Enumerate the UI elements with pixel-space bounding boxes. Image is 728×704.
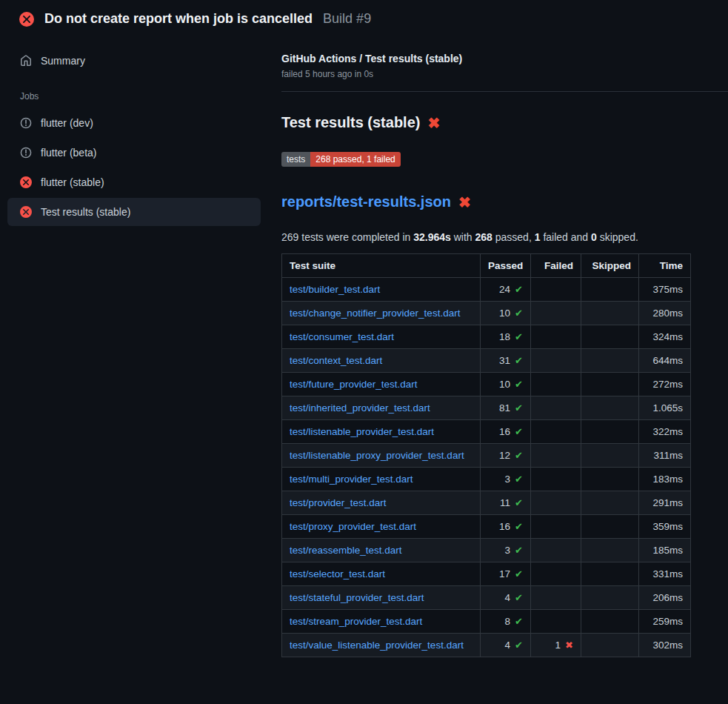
passed-count: 3 (505, 545, 511, 556)
suite-link[interactable]: test/provider_test.dart (290, 497, 387, 508)
results-table: Test suite Passed Failed Skipped Time te… (281, 253, 691, 657)
time-cell: 311ms (639, 444, 691, 468)
table-row: test/context_test.dart 31✔ 644ms (282, 349, 691, 373)
skipped-cell (581, 468, 639, 491)
failed-cell: 1✖ (531, 634, 581, 657)
build-number: Build #9 (323, 11, 371, 27)
suite-link[interactable]: test/builder_test.dart (290, 284, 380, 295)
check-icon: ✔ (515, 450, 523, 461)
main-panel: GitHub Actions / Test results (stable) f… (281, 36, 728, 657)
check-icon: ✔ (515, 379, 523, 390)
skipped-cell (581, 634, 639, 657)
failed-x-icon: ✖ (427, 116, 440, 130)
failed-cell (531, 373, 581, 396)
passed-cell: 16✔ (481, 515, 531, 539)
skipped-cell (581, 444, 639, 468)
failed-status-icon (19, 12, 34, 27)
suite-link[interactable]: test/listenable_proxy_provider_test.dart (290, 450, 464, 461)
sidebar-item-flutter-stable[interactable]: flutter (stable) (7, 168, 261, 196)
suite-link[interactable]: test/future_provider_test.dart (290, 379, 418, 390)
summary-skipped-count: 0 (591, 231, 597, 243)
page-title: Do not create report when job is cancell… (44, 11, 313, 27)
passed-cell: 4✔ (481, 586, 531, 610)
table-row: test/future_provider_test.dart 10✔ 272ms (282, 373, 691, 396)
time-cell: 644ms (639, 349, 691, 373)
table-row: test/proxy_provider_test.dart 16✔ 359ms (282, 515, 691, 539)
failed-cell (531, 491, 581, 515)
time-cell: 302ms (639, 634, 691, 657)
skipped-cell (581, 420, 639, 444)
check-icon: ✔ (515, 545, 523, 556)
passed-cell: 31✔ (481, 349, 531, 373)
badge-value: 268 passed, 1 failed (310, 152, 400, 167)
column-header-skipped: Skipped (581, 254, 639, 278)
passed-cell: 10✔ (481, 373, 531, 396)
table-row: test/consumer_test.dart 18✔ 324ms (282, 325, 691, 349)
tests-badge: tests 268 passed, 1 failed (281, 152, 401, 167)
time-cell: 375ms (639, 278, 691, 302)
sidebar-item-test-results-stable[interactable]: Test results (stable) (7, 198, 261, 226)
check-icon: ✔ (515, 568, 523, 580)
report-link[interactable]: reports/test-results.json (281, 193, 451, 210)
failed-cell (531, 610, 581, 634)
table-row: test/builder_test.dart 24✔ 375ms (282, 278, 691, 302)
time-cell: 331ms (639, 562, 691, 586)
time-cell: 183ms (639, 468, 691, 491)
sidebar-item-summary[interactable]: Summary (7, 47, 261, 75)
failed-count: 1 (555, 640, 561, 651)
suite-link[interactable]: test/selector_test.dart (290, 568, 385, 580)
sidebar-item-label: Summary (41, 55, 85, 67)
failed-cell (531, 515, 581, 539)
skipped-cell (581, 325, 639, 349)
sidebar-item-flutter-dev[interactable]: flutter (dev) (7, 109, 261, 137)
skipped-cell (581, 610, 639, 634)
summary-text: failed and (541, 231, 592, 243)
suite-link[interactable]: test/inherited_provider_test.dart (290, 402, 430, 414)
suite-link[interactable]: test/value_listenable_provider_test.dart (290, 640, 464, 651)
time-cell: 272ms (639, 373, 691, 396)
failed-cell (531, 539, 581, 562)
sidebar-item-label: flutter (beta) (41, 147, 96, 159)
sidebar-item-label: flutter (stable) (41, 176, 104, 188)
x-circle-icon (20, 206, 32, 218)
failed-cell (531, 586, 581, 610)
check-icon: ✔ (515, 308, 523, 319)
report-heading: reports/test-results.json ✖ (281, 193, 690, 210)
time-cell: 259ms (639, 610, 691, 634)
suite-link[interactable]: test/change_notifier_provider_test.dart (290, 308, 460, 319)
passed-count: 31 (499, 355, 510, 366)
summary-text: with (451, 231, 475, 243)
page-header: Do not create report when job is cancell… (0, 0, 728, 36)
skipped-cell (581, 396, 639, 420)
suite-link[interactable]: test/stateful_provider_test.dart (290, 592, 424, 603)
suite-link[interactable]: test/proxy_provider_test.dart (290, 521, 416, 532)
time-cell: 359ms (639, 515, 691, 539)
passed-cell: 16✔ (481, 420, 531, 444)
skipped-cell (581, 539, 639, 562)
suite-link[interactable]: test/context_test.dart (290, 355, 382, 366)
check-icon: ✔ (515, 497, 523, 508)
table-row: test/listenable_provider_test.dart 16✔ 3… (282, 420, 691, 444)
table-row: test/inherited_provider_test.dart 81✔ 1.… (282, 396, 691, 420)
suite-link[interactable]: test/multi_provider_test.dart (290, 474, 413, 485)
jobs-heading: Jobs (0, 76, 281, 109)
passed-count: 12 (499, 450, 510, 461)
skipped-cell (581, 515, 639, 539)
passed-cell: 17✔ (481, 562, 531, 586)
breadcrumb: GitHub Actions / Test results (stable) (281, 53, 690, 64)
section-heading-text: Test results (stable) (281, 114, 420, 131)
passed-count: 24 (499, 284, 510, 295)
suite-link[interactable]: test/listenable_provider_test.dart (290, 426, 434, 437)
suite-link[interactable]: test/stream_provider_test.dart (290, 616, 422, 627)
skipped-cell (581, 302, 639, 325)
sidebar-item-flutter-beta[interactable]: flutter (beta) (7, 139, 261, 167)
home-icon (20, 55, 32, 67)
table-row: test/change_notifier_provider_test.dart … (282, 302, 691, 325)
failed-cell (531, 349, 581, 373)
time-cell: 185ms (639, 539, 691, 562)
failed-cell (531, 420, 581, 444)
skipped-cell (581, 586, 639, 610)
suite-link[interactable]: test/reassemble_test.dart (290, 545, 402, 556)
failed-cell (531, 468, 581, 491)
suite-link[interactable]: test/consumer_test.dart (290, 331, 394, 342)
